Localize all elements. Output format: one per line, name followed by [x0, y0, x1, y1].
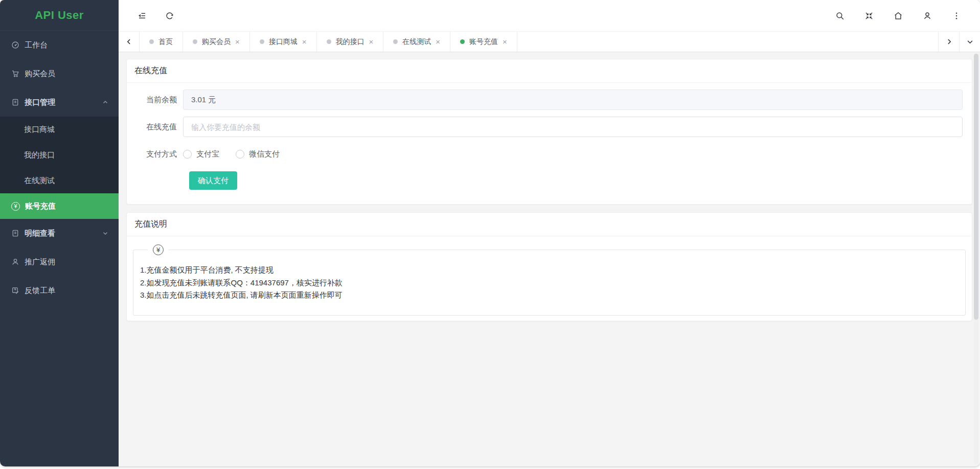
confirm-payment-button[interactable]: 确认支付: [189, 171, 237, 190]
tab-label: 在线测试: [402, 37, 431, 47]
tab-home[interactable]: 首页: [140, 32, 183, 52]
chevron-up-icon: [102, 99, 108, 105]
sidebar-item-detail-view[interactable]: 明细查看: [0, 219, 119, 248]
app-logo: API User: [0, 0, 119, 31]
sidebar-submenu-api: 接口商城 我的接口 在线测试 ¥ 账号充值: [0, 117, 119, 219]
vertical-scrollbar[interactable]: [974, 53, 978, 464]
sidebar-item-label: 反馈工单: [25, 286, 55, 296]
close-icon[interactable]: ×: [235, 38, 240, 46]
yen-circle-icon: ¥: [11, 202, 20, 211]
sidebar-item-label: 账号充值: [25, 202, 56, 211]
sidebar-item-label: 我的接口: [24, 150, 55, 160]
sidebar-item-promotion-rebate[interactable]: 推广返佣: [0, 248, 119, 276]
note-line: 2.如发现充值未到账请联系QQ：419437697，核实进行补款: [140, 277, 958, 289]
radio-circle-icon[interactable]: [183, 150, 192, 159]
close-icon[interactable]: ×: [503, 38, 507, 46]
card-title: 充值说明: [127, 213, 972, 236]
sidebar: API User 工作台 购买会员 接口管理 接口商城: [0, 0, 119, 466]
sidebar-item-api-shop[interactable]: 接口商城: [0, 117, 119, 142]
balance-label: 当前余额: [127, 95, 183, 105]
radio-circle-icon[interactable]: [236, 150, 244, 159]
tab-label: 购买会员: [202, 37, 231, 47]
main-area: 首页 购买会员 × 接口商城 × 我的接口 × 在线测试 ×: [119, 0, 980, 466]
tab-buy-membership[interactable]: 购买会员 ×: [183, 32, 250, 52]
radio-label: 微信支付: [249, 149, 280, 159]
more-options-icon[interactable]: [951, 11, 962, 21]
wechat-pay-radio[interactable]: 微信支付: [236, 149, 280, 159]
tab-api-shop[interactable]: 接口商城 ×: [250, 32, 317, 52]
sidebar-item-feedback-ticket[interactable]: 反馈工单: [0, 276, 119, 305]
tab-account-recharge[interactable]: 账号充值 ×: [450, 32, 517, 52]
document-icon: [11, 229, 19, 237]
recharge-amount-input[interactable]: [183, 117, 963, 137]
dashboard-icon: [11, 41, 19, 49]
sidebar-item-label: 工作台: [25, 40, 48, 50]
sidebar-item-label: 推广返佣: [25, 257, 55, 267]
sidebar-item-label: 接口管理: [25, 98, 55, 107]
close-icon[interactable]: ×: [369, 38, 374, 46]
tab-my-apis[interactable]: 我的接口 ×: [317, 32, 384, 52]
tab-label: 首页: [158, 37, 173, 47]
top-navbar: [119, 0, 980, 31]
sidebar-item-online-test[interactable]: 在线测试: [0, 168, 119, 193]
recharge-notes-card: 充值说明 ¥ 1.充值金额仅用于平台消费, 不支持提现 2.如发现充值未到账请联…: [126, 212, 972, 321]
amount-label: 在线充值: [127, 122, 183, 132]
collapse-sidebar-icon[interactable]: [137, 11, 147, 21]
tab-bar-spacer: [517, 32, 938, 52]
tab-status-dot: [327, 39, 331, 44]
tab-bar: 首页 购买会员 × 接口商城 × 我的接口 × 在线测试 ×: [119, 31, 980, 52]
yen-circle-icon: ¥: [153, 244, 164, 255]
feedback-icon: [11, 286, 19, 295]
sidebar-item-api-management[interactable]: 接口管理: [0, 88, 119, 117]
current-balance-field: 3.01 元: [183, 90, 963, 110]
sidebar-item-workbench[interactable]: 工作台: [0, 31, 119, 59]
document-icon: [11, 98, 19, 106]
app-window: API User 工作台 购买会员 接口管理 接口商城: [0, 0, 980, 466]
tab-label: 账号充值: [469, 37, 498, 47]
card-title: 在线充值: [127, 59, 972, 83]
cart-icon: [11, 70, 19, 78]
note-line: 3.如点击充值后未跳转充值页面, 请刷新本页面重新操作即可: [140, 289, 958, 302]
tab-status-dot: [193, 39, 197, 44]
home-icon[interactable]: [893, 11, 903, 21]
notes-box: ¥ 1.充值金额仅用于平台消费, 不支持提现 2.如发现充值未到账请联系QQ：4…: [133, 250, 966, 316]
refresh-icon[interactable]: [165, 11, 175, 21]
search-icon[interactable]: [835, 11, 845, 21]
sidebar-item-label: 在线测试: [24, 176, 55, 186]
tabs-menu-button[interactable]: [959, 32, 980, 52]
tab-status-dot: [260, 39, 264, 44]
page-content: 在线充值 当前余额 3.01 元 在线充值 支付方式: [119, 52, 980, 466]
notes-legend: ¥: [148, 244, 169, 255]
online-recharge-card: 在线充值 当前余额 3.01 元 在线充值 支付方式: [126, 59, 972, 205]
tab-label: 我的接口: [336, 37, 364, 47]
user-icon: [11, 258, 19, 266]
tab-online-test[interactable]: 在线测试 ×: [383, 32, 450, 52]
close-icon[interactable]: ×: [436, 38, 440, 46]
radio-label: 支付宝: [196, 149, 219, 159]
tab-status-dot: [460, 39, 465, 44]
tabs-scroll-right-button[interactable]: [938, 32, 959, 52]
tab-label: 接口商城: [269, 37, 298, 47]
tab-status-dot: [149, 39, 154, 44]
close-icon[interactable]: ×: [302, 38, 307, 46]
user-profile-icon[interactable]: [922, 11, 932, 21]
note-line: 1.充值金额仅用于平台消费, 不支持提现: [140, 264, 958, 277]
chevron-down-icon: [102, 230, 108, 236]
sidebar-item-buy-membership[interactable]: 购买会员: [0, 59, 119, 88]
sidebar-item-account-recharge[interactable]: ¥ 账号充值: [0, 193, 119, 219]
fullscreen-icon[interactable]: [864, 11, 874, 21]
sidebar-item-label: 购买会员: [25, 69, 55, 79]
tabs-scroll-left-button[interactable]: [119, 32, 140, 52]
alipay-radio[interactable]: 支付宝: [183, 149, 219, 159]
sidebar-item-label: 接口商城: [24, 125, 55, 135]
sidebar-item-my-apis[interactable]: 我的接口: [0, 142, 119, 168]
tab-status-dot: [393, 39, 398, 44]
scrollbar-thumb[interactable]: [974, 54, 978, 320]
sidebar-item-label: 明细查看: [25, 229, 55, 238]
payment-method-label: 支付方式: [127, 149, 183, 159]
